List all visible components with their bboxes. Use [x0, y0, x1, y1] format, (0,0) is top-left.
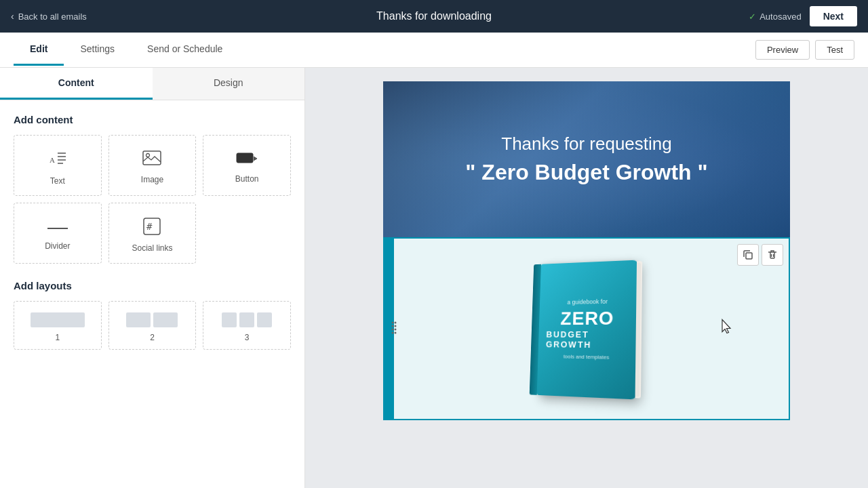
cursor-indicator: [719, 319, 734, 340]
layout-preview-2: [126, 312, 178, 327]
layout-item-1[interactable]: 1: [14, 301, 102, 350]
button-icon: [236, 151, 258, 170]
content-item-text[interactable]: A Text: [14, 135, 102, 196]
email-header-block[interactable]: Thanks for requesting " Zero Budget Grow…: [383, 81, 790, 237]
tab-settings[interactable]: Settings: [64, 34, 131, 66]
sub-nav-actions: Preview Test: [755, 40, 854, 60]
add-layouts-title: Add layouts: [14, 280, 291, 291]
layout-col-a: [126, 312, 151, 327]
autosaved-label: Autosaved: [760, 12, 801, 22]
content-item-social-links[interactable]: # Social links: [108, 203, 197, 264]
tab-edit[interactable]: Edit: [14, 34, 64, 66]
content-image-label: Image: [141, 175, 163, 184]
svg-point-6: [146, 154, 150, 157]
svg-rect-7: [237, 153, 253, 163]
layout-col-y: [239, 312, 254, 327]
layout-col-x: [222, 312, 237, 327]
preview-button[interactable]: Preview: [755, 40, 810, 60]
svg-point-18: [392, 329, 394, 331]
email-canvas: Thanks for requesting " Zero Budget Grow…: [383, 81, 790, 474]
tab-send-schedule[interactable]: Send or Schedule: [131, 34, 239, 66]
delete-button[interactable]: [762, 244, 783, 266]
svg-point-20: [392, 332, 394, 334]
content-items-grid: A Text: [14, 135, 291, 264]
layout-preview-1: [31, 312, 85, 327]
social-links-icon: #: [143, 218, 161, 239]
sub-nav: Edit Settings Send or Schedule Preview T…: [0, 33, 868, 68]
drag-handle[interactable]: [390, 319, 398, 338]
sidebar-tab-content[interactable]: Content: [0, 68, 153, 100]
book-title-zero: ZERO: [560, 307, 614, 329]
test-button[interactable]: Test: [815, 40, 854, 60]
header-line2: " Zero Budget Growth ": [465, 160, 707, 185]
back-arrow-icon: ‹: [11, 11, 14, 22]
svg-rect-11: [746, 253, 752, 259]
content-item-image[interactable]: Image: [108, 135, 197, 196]
top-nav: ‹ Back to all emails Thanks for download…: [0, 0, 868, 33]
text-icon: A: [48, 149, 67, 172]
book-spine: [530, 264, 541, 395]
svg-rect-5: [143, 151, 161, 165]
canvas-area: Thanks for requesting " Zero Budget Grow…: [305, 68, 868, 488]
content-social-label: Social links: [132, 243, 172, 253]
duplicate-button[interactable]: [737, 244, 759, 266]
layout-2-label: 2: [150, 333, 155, 342]
sidebar-content-panel: Add content A Text: [0, 100, 304, 363]
next-button[interactable]: Next: [810, 6, 857, 26]
svg-point-16: [392, 325, 394, 327]
layout-item-3[interactable]: 3: [203, 301, 291, 350]
sidebar-tab-design[interactable]: Design: [153, 68, 305, 100]
book-cover: a guidebook for ZERO BUDGET GROWTH tools…: [537, 260, 638, 400]
svg-point-21: [395, 332, 397, 334]
tab-group: Edit Settings Send or Schedule: [14, 34, 239, 66]
layout-item-2[interactable]: 2: [108, 301, 197, 350]
content-item-button[interactable]: Button: [203, 135, 291, 196]
svg-point-15: [395, 322, 397, 324]
add-content-title: Add content: [14, 114, 291, 125]
email-image-block[interactable]: a guidebook for ZERO BUDGET GROWTH tools…: [383, 237, 790, 420]
content-divider-label: Divider: [45, 241, 70, 251]
sidebar: Content Design Add content A: [0, 68, 305, 488]
autosaved-indicator: ✓ Autosaved: [749, 12, 801, 22]
book-illustration: a guidebook for ZERO BUDGET GROWTH tools…: [384, 241, 789, 417]
layout-col-b: [153, 312, 178, 327]
book-wrapper: a guidebook for ZERO BUDGET GROWTH tools…: [537, 260, 638, 400]
layouts-grid: 1 2 3: [14, 301, 291, 350]
layout-col-z: [257, 312, 272, 327]
svg-point-19: [395, 329, 397, 331]
svg-point-14: [392, 322, 394, 324]
block-toolbar: [737, 244, 783, 266]
svg-text:#: #: [146, 221, 153, 232]
nav-right: ✓ Autosaved Next: [749, 6, 857, 26]
back-label: Back to all emails: [18, 12, 87, 22]
book-title-budget: BUDGET GROWTH: [546, 329, 629, 350]
layout-col-single: [31, 312, 85, 327]
email-title: Thanks for downloading: [376, 10, 492, 22]
sidebar-tab-group: Content Design: [0, 68, 304, 100]
header-line1: Thanks for requesting: [465, 134, 707, 155]
divider-icon: [47, 220, 68, 237]
content-item-divider[interactable]: Divider: [14, 203, 102, 264]
layout-3-label: 3: [245, 333, 250, 342]
content-text-label: Text: [50, 176, 65, 186]
image-icon: [142, 150, 161, 171]
header-text: Thanks for requesting " Zero Budget Grow…: [465, 134, 707, 185]
main-content: Content Design Add content A: [0, 68, 868, 488]
svg-point-17: [395, 325, 397, 327]
book-tools: tools and templates: [564, 353, 610, 360]
check-icon: ✓: [749, 12, 756, 22]
layout-1-label: 1: [55, 333, 60, 342]
book-subtitle: a guidebook for: [567, 298, 608, 305]
layout-preview-3: [222, 312, 272, 327]
svg-text:A: A: [50, 156, 55, 164]
content-button-label: Button: [235, 174, 259, 184]
back-to-all-emails[interactable]: ‹ Back to all emails: [11, 11, 87, 22]
